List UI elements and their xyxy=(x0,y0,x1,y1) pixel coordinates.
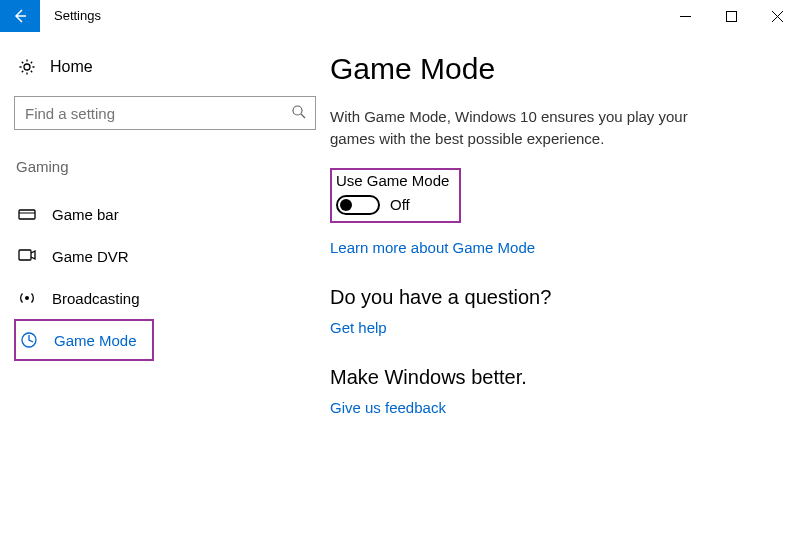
svg-point-6 xyxy=(293,106,302,115)
feedback-link[interactable]: Give us feedback xyxy=(330,399,446,416)
minimize-button[interactable] xyxy=(662,0,708,32)
gear-icon xyxy=(18,58,36,76)
toggle-state: Off xyxy=(390,196,410,213)
learn-more-link[interactable]: Learn more about Game Mode xyxy=(330,239,535,256)
maximize-icon xyxy=(726,11,737,22)
svg-rect-8 xyxy=(19,210,35,219)
sidebar-item-broadcasting[interactable]: Broadcasting xyxy=(14,277,310,319)
toggle-label: Use Game Mode xyxy=(336,172,449,189)
svg-rect-2 xyxy=(726,11,736,21)
broadcasting-icon xyxy=(18,289,36,307)
better-heading: Make Windows better. xyxy=(330,366,760,389)
arrow-left-icon xyxy=(12,8,28,24)
page-description: With Game Mode, Windows 10 ensures you p… xyxy=(330,106,710,150)
search-input[interactable] xyxy=(25,105,291,122)
page-title: Game Mode xyxy=(330,52,760,86)
toggle-thumb xyxy=(340,199,352,211)
close-icon xyxy=(772,11,783,22)
sidebar-item-game-mode[interactable]: Game Mode xyxy=(14,319,154,361)
sidebar-item-label: Game DVR xyxy=(52,248,129,265)
sidebar-item-game-dvr[interactable]: Game DVR xyxy=(14,235,310,277)
search-icon xyxy=(291,104,307,123)
svg-rect-10 xyxy=(19,250,31,260)
svg-point-11 xyxy=(25,296,29,300)
close-button[interactable] xyxy=(754,0,800,32)
get-help-link[interactable]: Get help xyxy=(330,319,387,336)
home-nav[interactable]: Home xyxy=(14,52,310,96)
sidebar-item-game-bar[interactable]: Game bar xyxy=(14,193,310,235)
minimize-icon xyxy=(680,11,691,22)
search-box[interactable] xyxy=(14,96,316,130)
home-label: Home xyxy=(50,58,93,76)
app-title: Settings xyxy=(54,0,101,32)
sidebar-item-label: Broadcasting xyxy=(52,290,140,307)
sidebar-item-label: Game Mode xyxy=(54,332,137,349)
svg-point-5 xyxy=(24,64,30,70)
sidebar-item-label: Game bar xyxy=(52,206,119,223)
sidebar: Home Gaming Game bar Game DVR Broa xyxy=(0,52,330,416)
dvr-icon xyxy=(18,247,36,265)
back-button[interactable] xyxy=(0,0,40,32)
maximize-button[interactable] xyxy=(708,0,754,32)
section-label-gaming: Gaming xyxy=(14,158,310,175)
svg-line-7 xyxy=(301,114,305,118)
question-heading: Do you have a question? xyxy=(330,286,760,309)
game-mode-toggle[interactable] xyxy=(336,195,380,215)
game-mode-icon xyxy=(20,331,38,349)
game-bar-icon xyxy=(18,205,36,223)
main-panel: Game Mode With Game Mode, Windows 10 ens… xyxy=(330,52,800,416)
